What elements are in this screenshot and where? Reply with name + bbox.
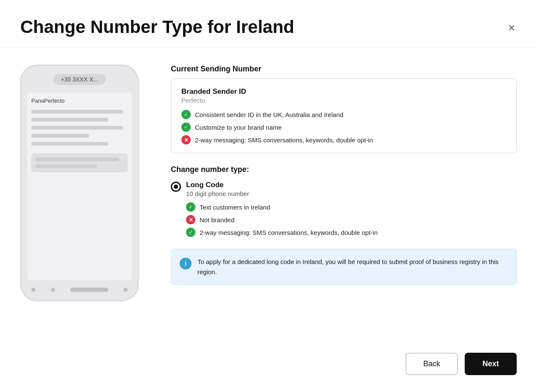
phone-dot-2 xyxy=(51,288,55,292)
info-box: i To apply for a dedicated long code in … xyxy=(171,249,517,285)
lc-cross-icon-1: ✕ xyxy=(186,215,195,224)
feature-item-2: ✓ Customize to your brand name xyxy=(181,122,506,132)
long-code-label-group: Long Code 10 digit phone number ✓ Text c… xyxy=(186,181,378,237)
phone-line-1 xyxy=(31,110,123,114)
close-button[interactable]: × xyxy=(507,20,517,35)
long-code-title: Long Code xyxy=(186,181,378,189)
back-button[interactable]: Back xyxy=(405,353,458,375)
lc-feature-item-1: ✓ Text customers in Ireland xyxy=(186,202,378,212)
bubble-line-2 xyxy=(36,164,97,168)
dialog-body: +35 3XXX X... PanaPerfecto xyxy=(0,48,537,343)
feature-item-1: ✓ Consistent sender ID in the UK, Austra… xyxy=(181,110,506,119)
phone-line-3 xyxy=(31,126,123,130)
current-sending-section: Current Sending Number Branded Sender ID… xyxy=(171,65,517,153)
bubble-line-1 xyxy=(36,158,119,161)
phone-line-4 xyxy=(31,134,89,138)
phone-home-bar xyxy=(70,288,108,292)
feature-item-3: ✕ 2-way messaging: SMS conversations, ke… xyxy=(181,135,506,144)
feature-text-2: Customize to your brand name xyxy=(195,124,282,131)
phone-outer: +35 3XXX X... PanaPerfecto xyxy=(20,65,139,301)
long-code-feature-list: ✓ Text customers in Ireland ✕ Not brande… xyxy=(186,202,378,237)
check-icon-1: ✓ xyxy=(181,110,191,119)
phone-screen: PanaPerfecto xyxy=(27,93,132,280)
dialog-title: Change Number Type for Ireland xyxy=(20,17,294,37)
info-text: To apply for a dedicated long code in Ir… xyxy=(197,257,508,277)
card-type-sub: Perfecto xyxy=(181,97,506,104)
info-icon: i xyxy=(180,258,192,270)
feature-text-1: Consistent sender ID in the UK, Australi… xyxy=(195,111,343,118)
dialog-footer: Back Next xyxy=(0,343,537,392)
lc-feature-item-2: ✕ Not branded xyxy=(186,215,378,224)
card-type-label: Branded Sender ID xyxy=(181,87,506,96)
lc-check-icon-1: ✓ xyxy=(186,202,195,212)
phone-number: +35 3XXX X... xyxy=(53,74,106,85)
cross-icon-1: ✕ xyxy=(181,135,191,144)
lc-feature-text-2: Not branded xyxy=(200,216,235,223)
phone-contact-name: PanaPerfecto xyxy=(31,98,128,104)
current-sending-label: Current Sending Number xyxy=(171,65,517,74)
check-icon-2: ✓ xyxy=(181,122,191,132)
phone-line-5 xyxy=(31,142,108,146)
phone-dot-1 xyxy=(31,288,36,292)
phone-bubble-group xyxy=(31,153,128,172)
lc-feature-item-3: ✓ 2-way messaging: SMS conversations, ke… xyxy=(186,228,378,237)
lc-check-icon-2: ✓ xyxy=(186,228,195,237)
current-feature-list: ✓ Consistent sender ID in the UK, Austra… xyxy=(181,110,506,144)
feature-text-3: 2-way messaging: SMS conversations, keyw… xyxy=(195,136,373,144)
phone-mockup: +35 3XXX X... PanaPerfecto xyxy=(20,65,147,329)
phone-top-bar: +35 3XXX X... xyxy=(27,72,132,88)
dialog-header: Change Number Type for Ireland × xyxy=(0,0,537,48)
phone-dot-3 xyxy=(123,288,128,292)
change-type-label: Change number type: xyxy=(171,165,517,174)
next-button[interactable]: Next xyxy=(465,353,517,375)
lc-feature-text-3: 2-way messaging: SMS conversations, keyw… xyxy=(200,229,378,236)
phone-line-2 xyxy=(31,118,108,122)
long-code-radio[interactable] xyxy=(171,182,181,192)
current-number-card: Branded Sender ID Perfecto ✓ Consistent … xyxy=(171,79,517,153)
phone-bottom-bar xyxy=(27,284,132,294)
right-content: Current Sending Number Branded Sender ID… xyxy=(171,65,517,329)
long-code-option[interactable]: Long Code 10 digit phone number ✓ Text c… xyxy=(171,181,517,237)
change-type-section: Change number type: Long Code 10 digit p… xyxy=(171,165,517,237)
long-code-sub: 10 digit phone number xyxy=(186,190,378,197)
lc-feature-text-1: Text customers in Ireland xyxy=(200,204,270,211)
change-number-dialog: Change Number Type for Ireland × +35 3XX… xyxy=(0,0,537,392)
